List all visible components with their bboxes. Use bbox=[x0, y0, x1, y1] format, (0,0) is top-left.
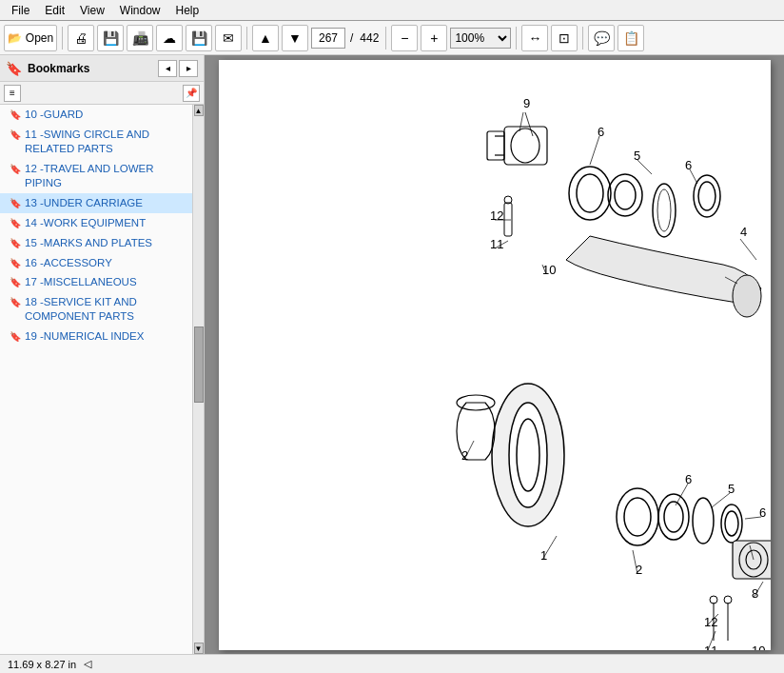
scroll-down-arrow[interactable]: ▼ bbox=[194, 643, 204, 654]
sidebar-item-label: 14 -WORK EQUIPMENT bbox=[25, 216, 146, 230]
page-view: 9 6 6 5 4 4 3 12 11 10 bbox=[219, 60, 771, 650]
svg-text:10: 10 bbox=[752, 643, 765, 650]
sidebar-scrollbar: ▲ ▼ bbox=[192, 105, 204, 654]
page-size-label: 11.69 x 8.27 in bbox=[8, 659, 76, 670]
tree-bookmark-icon: 🔖 bbox=[10, 276, 21, 288]
page-total: 442 bbox=[358, 31, 381, 45]
sidebar: 🔖 Bookmarks ◂ ▸ ≡ 📌 🔖10 -GUARD🔖11 -SWING… bbox=[0, 55, 205, 654]
sidebar-nav-left[interactable]: ◂ bbox=[158, 60, 177, 77]
menu-help[interactable]: Help bbox=[168, 2, 207, 19]
sidebar-expand-button[interactable]: ≡ bbox=[4, 85, 21, 102]
tree-bookmark-icon: 🔖 bbox=[10, 296, 21, 308]
sidebar-item-item-12[interactable]: 🔖12 -TRAVEL AND LOWER PIPING bbox=[0, 159, 192, 193]
zoom-select[interactable]: 50%75%100%125%150% bbox=[450, 28, 511, 49]
sidebar-item-item-16[interactable]: 🔖16 -ACCESSORY bbox=[0, 253, 192, 273]
email-button[interactable]: ✉ bbox=[215, 25, 242, 51]
zoom-out-button[interactable]: − bbox=[391, 25, 418, 51]
sidebar-item-item-11[interactable]: 🔖11 -SWING CIRCLE AND RELATED PARTS bbox=[0, 125, 192, 159]
sidebar-item-item-17[interactable]: 🔖17 -MISCELLANEOUS bbox=[0, 272, 192, 292]
sidebar-nav-buttons: ◂ ▸ bbox=[158, 60, 198, 77]
svg-text:12: 12 bbox=[490, 208, 503, 223]
sidebar-item-label: 12 -TRAVEL AND LOWER PIPING bbox=[25, 162, 186, 190]
page-number-input[interactable] bbox=[311, 28, 345, 49]
print-icon: 🖨 bbox=[74, 30, 88, 46]
menu-edit[interactable]: Edit bbox=[37, 2, 72, 19]
svg-text:9: 9 bbox=[523, 96, 530, 110]
save-floppy-button[interactable]: 💾 bbox=[97, 25, 124, 51]
menu-view[interactable]: View bbox=[72, 2, 112, 19]
svg-text:6: 6 bbox=[685, 472, 692, 486]
menu-bar: File Edit View Window Help bbox=[0, 0, 784, 21]
email-icon: ✉ bbox=[223, 30, 234, 46]
sidebar-item-item-19[interactable]: 🔖19 -NUMERICAL INDEX bbox=[0, 327, 192, 346]
fit-width-icon: ↔ bbox=[528, 30, 541, 46]
menu-window[interactable]: Window bbox=[112, 2, 168, 19]
sidebar-item-label: 16 -ACCESSORY bbox=[25, 256, 112, 270]
sidebar-item-label: 19 -NUMERICAL INDEX bbox=[25, 329, 144, 344]
fax-button[interactable]: 📠 bbox=[127, 25, 153, 51]
svg-text:5: 5 bbox=[634, 148, 640, 163]
fit-page-button[interactable]: ⊡ bbox=[551, 25, 578, 51]
scroll-track bbox=[194, 116, 204, 643]
toolbar-separator-3 bbox=[385, 27, 386, 49]
svg-text:8: 8 bbox=[752, 586, 758, 601]
open-folder-icon: 📂 bbox=[8, 31, 22, 45]
sidebar-header: 🔖 Bookmarks ◂ ▸ bbox=[0, 55, 204, 82]
svg-point-25 bbox=[733, 275, 761, 317]
svg-text:6: 6 bbox=[685, 158, 692, 172]
scroll-up-arrow[interactable]: ▲ bbox=[194, 105, 204, 116]
sidebar-item-label: 13 -UNDER CARRIAGE bbox=[25, 196, 143, 210]
sidebar-item-label: 17 -MISCELLANEOUS bbox=[25, 275, 137, 289]
zoom-out-icon: − bbox=[401, 30, 408, 46]
page-separator: / bbox=[348, 31, 355, 45]
tree-bookmark-icon: 🔖 bbox=[10, 197, 21, 209]
upload-button[interactable]: ☁ bbox=[156, 25, 183, 51]
zoom-in-icon: + bbox=[430, 30, 438, 46]
open-label: Open bbox=[26, 31, 53, 45]
svg-text:4: 4 bbox=[740, 225, 747, 239]
toolbar: 📂 Open 🖨 💾 📠 ☁ 💾 ✉ ▲ ▼ / 442 − + 50%75%1… bbox=[0, 21, 784, 55]
scroll-thumb[interactable] bbox=[194, 327, 204, 403]
floppy-button[interactable]: 💾 bbox=[186, 25, 212, 51]
sidebar-scroll-inner[interactable]: 🔖10 -GUARD🔖11 -SWING CIRCLE AND RELATED … bbox=[0, 105, 192, 654]
svg-text:1: 1 bbox=[540, 548, 547, 563]
fit-page-icon: ⊡ bbox=[559, 30, 570, 46]
sidebar-item-item-14[interactable]: 🔖14 -WORK EQUIPMENT bbox=[0, 213, 192, 233]
tree-bookmark-icon: 🔖 bbox=[10, 257, 21, 269]
content-area[interactable]: 9 6 6 5 4 4 3 12 11 10 bbox=[205, 55, 784, 654]
prev-page-button[interactable]: ▲ bbox=[252, 25, 279, 51]
menu-file[interactable]: File bbox=[4, 2, 37, 19]
svg-text:11: 11 bbox=[704, 643, 717, 650]
svg-text:12: 12 bbox=[704, 615, 717, 629]
status-bar: 11.69 x 8.27 in ◁ bbox=[0, 654, 784, 673]
tree-bookmark-icon: 🔖 bbox=[10, 163, 21, 175]
toolbar-separator-4 bbox=[516, 27, 517, 49]
toolbar-separator-5 bbox=[582, 27, 583, 49]
sidebar-item-label: 15 -MARKS AND PLATES bbox=[25, 236, 152, 250]
sidebar-item-item-18[interactable]: 🔖18 -SERVICE KIT AND COMPONENT PARTS bbox=[0, 292, 192, 327]
comment-button[interactable]: 💬 bbox=[588, 25, 615, 51]
sidebar-item-item-15[interactable]: 🔖15 -MARKS AND PLATES bbox=[0, 233, 192, 253]
fit-width-button[interactable]: ↔ bbox=[521, 25, 548, 51]
save-icon: 💾 bbox=[103, 30, 119, 46]
tree-bookmark-icon: 🔖 bbox=[10, 109, 21, 121]
form-button[interactable]: 📋 bbox=[617, 25, 644, 51]
sidebar-options-button[interactable]: 📌 bbox=[183, 85, 200, 102]
sidebar-item-label: 18 -SERVICE KIT AND COMPONENT PARTS bbox=[25, 295, 186, 324]
down-arrow-icon: ▼ bbox=[288, 30, 302, 46]
sidebar-item-label: 11 -SWING CIRCLE AND RELATED PARTS bbox=[25, 128, 186, 156]
status-separator: ◁ bbox=[84, 658, 91, 670]
toolbar-separator-1 bbox=[62, 27, 63, 49]
sidebar-item-item-13[interactable]: 🔖13 -UNDER CARRIAGE bbox=[0, 193, 192, 213]
fax-icon: 📠 bbox=[132, 30, 148, 46]
tree-bookmark-icon: 🔖 bbox=[10, 330, 21, 343]
next-page-button[interactable]: ▼ bbox=[282, 25, 308, 51]
print-button[interactable]: 🖨 bbox=[68, 25, 94, 51]
sidebar-item-item-10[interactable]: 🔖10 -GUARD bbox=[0, 105, 192, 125]
open-button[interactable]: 📂 Open bbox=[4, 25, 57, 51]
form-icon: 📋 bbox=[623, 30, 639, 46]
main-area: 🔖 Bookmarks ◂ ▸ ≡ 📌 🔖10 -GUARD🔖11 -SWING… bbox=[0, 55, 784, 654]
tree-bookmark-icon: 🔖 bbox=[10, 237, 21, 249]
sidebar-nav-right[interactable]: ▸ bbox=[179, 60, 198, 77]
zoom-in-button[interactable]: + bbox=[421, 25, 447, 51]
